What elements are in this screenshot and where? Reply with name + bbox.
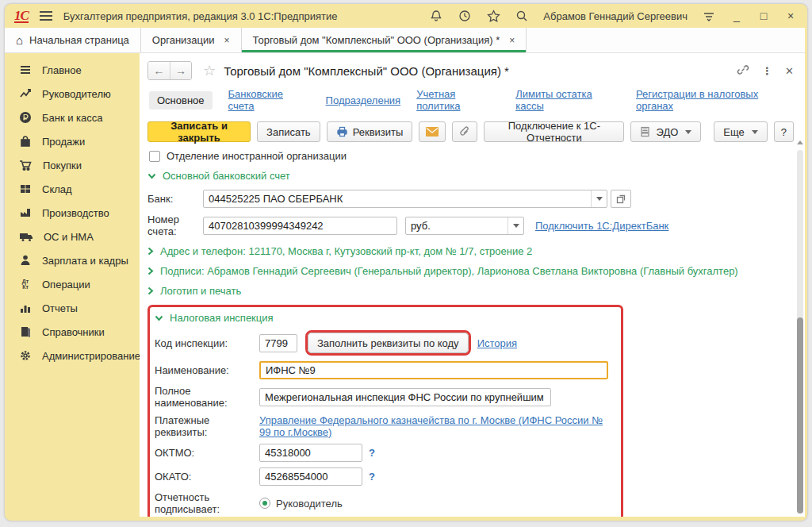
nav-accounting-policy[interactable]: Учетная политика bbox=[416, 88, 500, 112]
radio-director[interactable] bbox=[259, 498, 270, 509]
section-main-bank-account[interactable]: Основной банковский счет bbox=[147, 170, 794, 182]
forward-button[interactable]: → bbox=[170, 62, 191, 79]
close-window-button[interactable]: × bbox=[784, 10, 797, 22]
nav-bank-accounts[interactable]: Банковские счета bbox=[228, 88, 310, 112]
nav-main[interactable]: Основное bbox=[149, 91, 213, 110]
sidebar-item-label: Отчеты bbox=[42, 302, 78, 314]
current-user[interactable]: Абрамов Геннадий Сергеевич bbox=[543, 10, 688, 22]
history-link[interactable]: История bbox=[477, 337, 517, 349]
more-label: Еще bbox=[723, 126, 744, 138]
foreign-org-label: Отделение иностранной организации bbox=[167, 150, 347, 162]
scrollbar-thumb[interactable] bbox=[797, 317, 803, 514]
tab-close-icon[interactable]: × bbox=[509, 35, 515, 46]
close-form-icon[interactable]: ✕ bbox=[785, 65, 794, 77]
sidebar-item-purchases[interactable]: Покупки bbox=[5, 153, 140, 177]
account-number-input[interactable] bbox=[203, 217, 397, 235]
nav-departments[interactable]: Подразделения bbox=[326, 94, 401, 106]
sidebar-item-main[interactable]: Главное bbox=[5, 58, 140, 82]
section-logo-stamp[interactable]: Логотип и печать bbox=[147, 285, 794, 297]
currency-combobox[interactable]: руб. bbox=[405, 217, 524, 235]
open-bank-button[interactable] bbox=[611, 190, 631, 208]
inspection-name-input[interactable] bbox=[259, 361, 608, 379]
section-title: Налоговая инспекция bbox=[170, 312, 274, 324]
maximize-button[interactable]: □ bbox=[757, 10, 770, 22]
account-label: Номер счета: bbox=[147, 213, 203, 237]
name-label: Наименование: bbox=[155, 364, 259, 376]
attachments-button[interactable] bbox=[452, 121, 477, 142]
save-close-button[interactable]: Записать и закрыть bbox=[147, 121, 251, 142]
connect-1c-reporting-button[interactable]: Подключение к 1С-Отчетности bbox=[484, 121, 624, 142]
tab-organizations[interactable]: Организации × bbox=[141, 28, 242, 52]
section-title: Подписи: Абрамов Геннадий Сергеевич (Ген… bbox=[160, 265, 738, 277]
vertical-scrollbar[interactable] bbox=[797, 140, 803, 514]
oktmo-help-icon[interactable]: ? bbox=[369, 447, 375, 459]
send-email-button[interactable] bbox=[419, 121, 446, 142]
save-button[interactable]: Записать bbox=[257, 121, 320, 142]
scrollbar-track[interactable] bbox=[797, 150, 803, 514]
account-number-row: Номер счета: руб. Подключить 1С:ДиректБа… bbox=[147, 213, 794, 237]
sidebar-item-salary-hr[interactable]: Зарплата и кадры bbox=[5, 248, 140, 272]
sidebar-item-administration[interactable]: Администрирование bbox=[5, 344, 140, 367]
tab-label: Организации bbox=[152, 34, 215, 46]
more-menu-icon[interactable]: ⋮ bbox=[762, 65, 772, 77]
sidebar-item-reports[interactable]: Отчеты bbox=[5, 296, 140, 320]
inspection-full-name-input[interactable] bbox=[259, 388, 551, 406]
section-tax-inspection[interactable]: Налоговая инспекция bbox=[155, 312, 613, 324]
nav-cash-limits[interactable]: Лимиты остатка кассы bbox=[515, 88, 620, 112]
sidebar-item-bank-cash[interactable]: Банк и касса bbox=[5, 106, 140, 129]
minimize-button[interactable]: _ bbox=[730, 10, 743, 22]
tab-organization-card[interactable]: Торговый дом "Комплексный" ООО (Организа… bbox=[242, 28, 527, 52]
bank-combobox[interactable]: 044525225 ПАО СБЕРБАНК bbox=[203, 190, 607, 208]
printer-icon bbox=[336, 126, 348, 137]
history-icon[interactable] bbox=[458, 9, 472, 23]
oktmo-input[interactable] bbox=[259, 444, 362, 462]
okato-help-icon[interactable]: ? bbox=[369, 471, 375, 483]
chevron-down-icon[interactable] bbox=[508, 217, 523, 234]
more-button[interactable]: Еще bbox=[714, 121, 767, 142]
sidebar-item-fixed-assets[interactable]: ОС и НМА bbox=[5, 225, 140, 248]
tab-label: Начальная страница bbox=[29, 34, 129, 46]
chevron-right-icon bbox=[147, 247, 154, 256]
chevron-down-icon bbox=[155, 315, 163, 321]
search-icon[interactable] bbox=[515, 9, 529, 23]
service-menu-icon[interactable] bbox=[702, 9, 716, 23]
okato-input[interactable] bbox=[259, 467, 362, 486]
section-signatures[interactable]: Подписи: Абрамов Геннадий Сергеевич (Ген… bbox=[147, 265, 794, 277]
inspection-code-input[interactable] bbox=[259, 334, 297, 352]
section-address-phone[interactable]: Адрес и телефон: 121170, Москва г, Кутуз… bbox=[147, 245, 794, 257]
directbank-link[interactable]: Подключить 1С:ДиректБанк bbox=[535, 220, 668, 232]
favorite-star-icon[interactable]: ☆ bbox=[203, 62, 216, 79]
history-nav-buttons: ← → bbox=[147, 61, 192, 80]
sidebar-item-directories[interactable]: Справочники bbox=[5, 320, 140, 344]
notifications-bell-icon[interactable] bbox=[429, 9, 443, 23]
tab-home[interactable]: ⌂ Начальная страница bbox=[5, 28, 141, 52]
nav-tax-registrations[interactable]: Регистрации в налоговых органах bbox=[636, 88, 794, 112]
payment-requisites-link[interactable]: Управление Федерального казначейства по … bbox=[259, 414, 613, 438]
main-menu-icon[interactable] bbox=[40, 9, 52, 23]
sidebar-item-production[interactable]: Производство bbox=[5, 201, 140, 225]
requisites-button[interactable]: Реквизиты bbox=[327, 121, 413, 142]
scroll-up-icon[interactable] bbox=[797, 140, 803, 144]
back-button[interactable]: ← bbox=[148, 62, 170, 79]
tab-close-icon[interactable]: × bbox=[224, 35, 230, 46]
favorites-star-icon[interactable] bbox=[486, 9, 500, 23]
section-title: Логотип и печать bbox=[160, 285, 241, 297]
edo-button[interactable]: ЭДО bbox=[630, 121, 701, 142]
fill-requisites-button[interactable]: Заполнить реквизиты по коду bbox=[308, 333, 469, 353]
sidebar-item-sales[interactable]: Продажи bbox=[5, 129, 140, 153]
payment-requisites-row: Платежные реквизиты: Управление Федераль… bbox=[155, 414, 613, 438]
get-link-icon[interactable] bbox=[737, 63, 749, 79]
section-title: Основной банковский счет bbox=[163, 170, 290, 182]
sidebar-item-manager[interactable]: Руководителю bbox=[5, 82, 140, 106]
full-name-row: Полное наименование: bbox=[155, 385, 613, 409]
bank-label: Банк: bbox=[147, 193, 203, 205]
foreign-org-checkbox[interactable] bbox=[149, 151, 160, 162]
chevron-down-icon[interactable] bbox=[591, 190, 607, 207]
currency-value: руб. bbox=[406, 220, 508, 232]
sidebar-item-warehouse[interactable]: Склад bbox=[5, 177, 140, 201]
sidebar-item-label: Склад bbox=[42, 183, 72, 195]
sidebar-item-label: Зарплата и кадры bbox=[42, 255, 128, 267]
form-area: ← → ☆ Торговый дом "Комплексный" ООО (Ор… bbox=[140, 53, 805, 517]
sidebar-item-operations[interactable]: ДтКт Операции bbox=[5, 272, 140, 296]
help-button[interactable]: ? bbox=[774, 121, 794, 142]
